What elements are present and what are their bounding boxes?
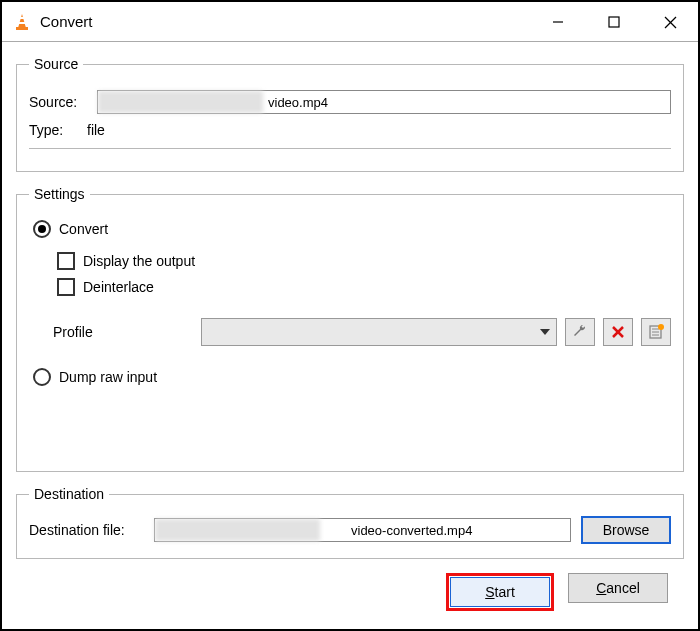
dump-radio[interactable] [33, 368, 51, 386]
start-highlight: Start [446, 573, 554, 611]
settings-legend: Settings [29, 186, 90, 202]
svg-rect-3 [19, 22, 25, 24]
svg-point-15 [658, 324, 664, 330]
x-red-icon [611, 325, 625, 339]
svg-rect-2 [20, 17, 24, 19]
dump-label: Dump raw input [59, 369, 157, 385]
dropdown-icon [540, 329, 550, 335]
browse-button[interactable]: Browse [581, 516, 671, 544]
display-output-checkbox[interactable] [57, 252, 75, 270]
start-button-label: Start [485, 584, 515, 600]
convert-radio[interactable] [33, 220, 51, 238]
settings-group: Settings Convert Display the output Dein… [16, 186, 684, 472]
svg-marker-0 [18, 14, 26, 28]
destination-legend: Destination [29, 486, 109, 502]
vlc-icon [12, 12, 32, 32]
display-output-label: Display the output [83, 253, 195, 269]
close-button[interactable] [642, 2, 698, 42]
type-value: file [87, 122, 105, 138]
destination-group: Destination Destination file: Browse [16, 486, 684, 559]
maximize-button[interactable] [586, 2, 642, 42]
start-button[interactable]: Start [450, 577, 550, 607]
delete-profile-button[interactable] [603, 318, 633, 346]
titlebar[interactable]: Convert [2, 2, 698, 42]
source-label: Source: [29, 94, 89, 110]
profile-combobox[interactable] [201, 318, 557, 346]
source-input[interactable] [97, 90, 671, 114]
svg-rect-5 [609, 17, 619, 27]
edit-profile-button[interactable] [565, 318, 595, 346]
wrench-icon [571, 323, 589, 341]
convert-dialog: Convert Source Source: Type: [0, 0, 700, 631]
svg-marker-8 [540, 329, 550, 335]
source-group: Source Source: Type: file [16, 56, 684, 172]
source-legend: Source [29, 56, 83, 72]
deinterlace-label: Deinterlace [83, 279, 154, 295]
cancel-button[interactable]: Cancel [568, 573, 668, 603]
window-title: Convert [40, 13, 93, 30]
destination-input[interactable] [154, 518, 571, 542]
type-label: Type: [29, 122, 79, 138]
new-doc-icon [647, 323, 665, 341]
svg-rect-1 [16, 27, 28, 30]
deinterlace-checkbox[interactable] [57, 278, 75, 296]
convert-label: Convert [59, 221, 108, 237]
new-profile-button[interactable] [641, 318, 671, 346]
minimize-button[interactable] [530, 2, 586, 42]
destination-file-label: Destination file: [29, 522, 144, 538]
cancel-button-label: Cancel [596, 580, 640, 596]
profile-label: Profile [53, 324, 193, 340]
